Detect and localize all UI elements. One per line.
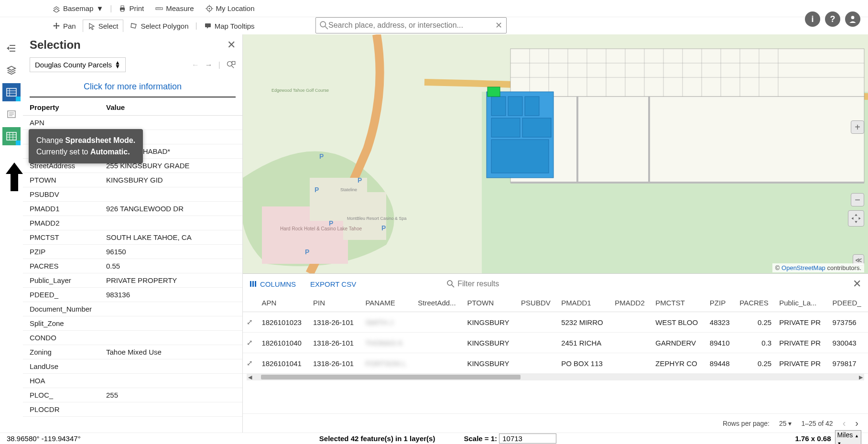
info-icon[interactable]: i bbox=[805, 11, 820, 27]
print-button[interactable]: Print bbox=[114, 2, 149, 14]
grid-h-scrollbar[interactable]: ◀ ▶ bbox=[247, 374, 864, 380]
scroll-right-icon[interactable]: ▶ bbox=[857, 374, 864, 380]
select-button[interactable]: Select bbox=[83, 20, 124, 32]
table-row[interactable]: ⤢18261010231318-26-101SMITH JKINGSBURY52… bbox=[243, 312, 868, 333]
rows-per-page-label: Rows per page: bbox=[723, 420, 770, 427]
grid-column-header[interactable]: PMADD2 bbox=[611, 294, 651, 312]
table-row[interactable]: ⤢18261010401318-26-101THOMAS KKINGSBURY2… bbox=[243, 333, 868, 353]
rail-doc-icon[interactable] bbox=[2, 105, 21, 123]
columns-button[interactable]: COLUMNS bbox=[250, 280, 296, 288]
spreadsheet-mode-tooltip: Change Spreadsheet Mode. Currently set t… bbox=[29, 129, 143, 163]
svg-rect-41 bbox=[232, 61, 235, 64]
prop-name: PMADD2 bbox=[23, 216, 99, 230]
prop-name: PSUBDV bbox=[23, 187, 99, 202]
table-row: PSUBDV bbox=[23, 187, 242, 202]
grid-column-header[interactable]: PSUBDV bbox=[517, 294, 557, 312]
table-row: ZoningTahoe Mixed Use bbox=[23, 345, 242, 359]
open-link-icon[interactable]: ⤢ bbox=[247, 338, 253, 347]
rail-spreadsheet-icon[interactable] bbox=[2, 127, 21, 145]
basemap-button[interactable]: Basemap ▼ bbox=[48, 2, 108, 14]
prev-feature-button[interactable]: ← bbox=[192, 61, 199, 69]
grid-column-header[interactable]: PMADD1 bbox=[557, 294, 611, 312]
osm-link[interactable]: OpenStreetMap bbox=[781, 264, 825, 271]
open-link-icon[interactable]: ⤢ bbox=[247, 318, 253, 326]
svg-rect-52 bbox=[510, 49, 864, 97]
zoom-in-button[interactable]: + bbox=[851, 120, 864, 134]
svg-rect-19 bbox=[205, 23, 211, 27]
prop-value bbox=[99, 216, 242, 230]
grid-column-header[interactable]: PACRES bbox=[736, 294, 775, 312]
sort-icon: ▲▼ bbox=[115, 61, 120, 68]
pan-button[interactable]: Pan bbox=[48, 20, 81, 32]
prop-value bbox=[99, 331, 242, 345]
coords-display: 38.96580° -119.94347° bbox=[7, 434, 81, 443]
rows-per-page-select[interactable]: 25 ▾ bbox=[779, 420, 792, 427]
prop-value bbox=[99, 374, 242, 388]
prop-value: 983136 bbox=[99, 288, 242, 302]
close-grid-icon[interactable]: ✕ bbox=[853, 278, 861, 290]
svg-point-90 bbox=[447, 281, 452, 285]
table-row[interactable]: ⤢18261010411318-26-101FORTSON LKINGSBURY… bbox=[243, 353, 868, 374]
grid-column-header[interactable]: Public_La... bbox=[775, 294, 828, 312]
svg-rect-72 bbox=[508, 97, 522, 116]
grid-column-header[interactable]: PIN bbox=[309, 294, 361, 312]
table-row: PLOCDR bbox=[23, 402, 242, 417]
svg-rect-77 bbox=[488, 87, 500, 97]
prop-name: LandUse bbox=[23, 359, 99, 374]
svg-rect-26 bbox=[7, 88, 16, 96]
user-icon[interactable] bbox=[845, 11, 860, 27]
results-table: APNPINPANAMEStreetAdd...PTOWNPSUBDVPMADD… bbox=[243, 294, 868, 374]
expand-icon[interactable] bbox=[848, 210, 864, 227]
open-link-icon[interactable]: ⤢ bbox=[247, 359, 253, 367]
rail-layers-icon[interactable] bbox=[2, 61, 21, 79]
scale-input[interactable] bbox=[499, 433, 556, 444]
grid-column-header[interactable]: PTOWN bbox=[463, 294, 517, 312]
export-csv-button[interactable]: EXPORT CSV bbox=[310, 280, 356, 288]
grid-column-header[interactable]: PZIP bbox=[706, 294, 736, 312]
page-range: 1–25 of 42 bbox=[801, 420, 833, 427]
my-location-button[interactable]: My Location bbox=[201, 2, 260, 14]
selection-panel: Selection ✕ Douglas County Parcels ▲▼ ← … bbox=[23, 34, 243, 433]
measure-button[interactable]: Measure bbox=[151, 2, 198, 14]
prop-name: APN bbox=[23, 116, 99, 130]
prop-name: Document_Number bbox=[23, 302, 99, 316]
prop-name: PZIP bbox=[23, 245, 99, 259]
close-panel-icon[interactable]: ✕ bbox=[227, 39, 236, 51]
next-page-button[interactable]: › bbox=[855, 418, 858, 429]
filter-input[interactable] bbox=[457, 280, 553, 288]
layer-dropdown[interactable]: Douglas County Parcels ▲▼ bbox=[30, 57, 126, 72]
map-canvas[interactable]: Kingsbury Grade NV 207 Hard Rock Hotel &… bbox=[243, 34, 868, 273]
select-polygon-button[interactable]: Select Polygon bbox=[125, 20, 193, 32]
zoom-out-button[interactable]: − bbox=[851, 193, 864, 206]
svg-rect-7 bbox=[121, 6, 124, 8]
next-feature-button[interactable]: → bbox=[205, 61, 213, 69]
map-tooltips-button[interactable]: Map Tooltips bbox=[199, 20, 260, 32]
table-row: Document_Number bbox=[23, 302, 242, 316]
table-row: PDEED_983136 bbox=[23, 288, 242, 302]
search-input[interactable] bbox=[328, 21, 495, 30]
prop-name: Split_Zone bbox=[23, 316, 99, 331]
grid-column-header[interactable]: PANAME bbox=[361, 294, 414, 312]
more-info-link[interactable]: Click for more information bbox=[30, 77, 236, 97]
prop-value bbox=[99, 359, 242, 374]
grid-column-header[interactable]: StreetAdd... bbox=[414, 294, 463, 312]
search-box[interactable]: ✕ bbox=[315, 17, 507, 33]
svg-rect-8 bbox=[121, 10, 124, 11]
prev-page-button[interactable]: ‹ bbox=[843, 418, 846, 429]
grid-column-header[interactable]: PDEED_ bbox=[829, 294, 868, 312]
grid-column-header[interactable]: PMCTST bbox=[651, 294, 706, 312]
prop-name: CONDO bbox=[23, 331, 99, 345]
rail-table-icon[interactable] bbox=[2, 83, 21, 101]
grid-column-header[interactable]: APN bbox=[258, 294, 309, 312]
rail-menu-icon[interactable] bbox=[2, 39, 21, 57]
zoom-to-icon[interactable] bbox=[226, 60, 236, 70]
prop-value: Tahoe Mixed Use bbox=[99, 345, 242, 359]
help-icon[interactable]: ? bbox=[825, 11, 840, 27]
svg-rect-75 bbox=[522, 118, 551, 137]
clear-search-icon[interactable]: ✕ bbox=[495, 20, 502, 31]
scroll-left-icon[interactable]: ◀ bbox=[247, 374, 253, 380]
grid-column-header[interactable] bbox=[243, 294, 258, 312]
prop-value bbox=[99, 402, 242, 417]
prop-value: 96150 bbox=[99, 245, 242, 259]
unit-select[interactable]: Miles ▲▼ bbox=[835, 430, 861, 444]
